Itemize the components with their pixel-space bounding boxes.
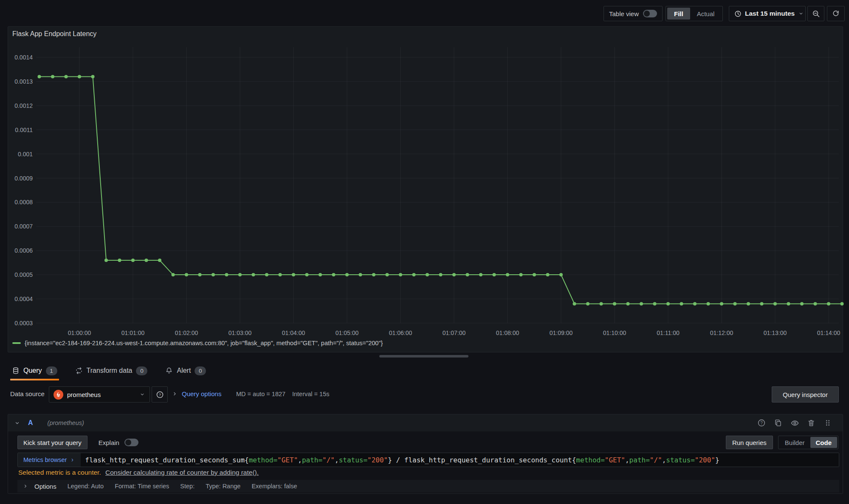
options-expander[interactable]: Options — [23, 483, 56, 490]
datasource-value: prometheus — [67, 391, 135, 398]
svg-text:01:04:00: 01:04:00 — [282, 329, 305, 336]
svg-text:0.0006: 0.0006 — [14, 247, 33, 254]
option-legend: Legend: Auto — [68, 483, 104, 490]
toggle-visibility-icon[interactable] — [789, 417, 800, 428]
svg-text:01:01:00: 01:01:00 — [121, 329, 145, 336]
collapse-chevron-icon[interactable] — [14, 420, 20, 426]
transform-icon — [75, 367, 83, 374]
chevron-down-icon — [139, 391, 145, 397]
query-inspector-button[interactable]: Query inspector — [772, 386, 839, 403]
chart-legend[interactable]: {instance="ec2-184-169-216-224.us-west-1… — [12, 340, 383, 346]
table-view-toggle[interactable] — [643, 10, 657, 17]
run-queries-button[interactable]: Run queries — [726, 436, 773, 449]
svg-text:01:06:00: 01:06:00 — [389, 329, 412, 336]
datasource-picker[interactable]: prometheus — [49, 386, 150, 403]
option-format: Format: Time series — [115, 483, 169, 490]
svg-text:0.0014: 0.0014 — [14, 54, 33, 61]
svg-text:01:00:00: 01:00:00 — [68, 329, 91, 336]
time-range-label: Last 15 minutes — [745, 10, 795, 17]
chevron-right-icon — [172, 391, 178, 397]
svg-text:01:14:00: 01:14:00 — [817, 329, 841, 336]
query-header[interactable]: A (prometheus) ? — [8, 414, 843, 431]
tab-query-label: Query — [23, 367, 42, 374]
warning-rate-link[interactable]: Consider calculating rate of counter by … — [105, 469, 259, 476]
code-button[interactable]: Code — [810, 437, 838, 448]
explain-toggle[interactable] — [124, 439, 138, 446]
svg-text:0.0012: 0.0012 — [14, 102, 33, 109]
zoom-out-button[interactable] — [807, 6, 824, 21]
actual-button[interactable]: Actual — [690, 8, 722, 20]
prometheus-icon — [54, 390, 63, 400]
latency-panel: Flask App Endpoint Latency 0.00140.00130… — [8, 26, 843, 352]
clock-icon — [734, 10, 742, 17]
grafana-panel-editor: { "toolbar": { "table_view_label": "Tabl… — [0, 0, 849, 504]
tab-query-count: 1 — [46, 366, 57, 375]
fill-button[interactable]: Fill — [667, 8, 690, 20]
max-datapoints-value: MD = auto = 1827 — [236, 391, 285, 397]
option-step: Step: — [180, 483, 195, 490]
counter-warning: Selected metric is a counter. Consider c… — [18, 469, 259, 476]
chevron-right-icon — [70, 457, 75, 463]
series-color-marker — [12, 342, 21, 344]
svg-text:0.0005: 0.0005 — [14, 271, 33, 278]
chevron-right-icon — [23, 483, 28, 489]
kick-start-query-button[interactable]: Kick start your query — [17, 436, 87, 449]
svg-text:01:02:00: 01:02:00 — [175, 329, 198, 336]
drag-handle-icon[interactable] — [822, 417, 833, 428]
metrics-browser-button[interactable]: Metrics browser — [18, 453, 81, 467]
svg-text:01:08:00: 01:08:00 — [496, 329, 519, 336]
query-options-link[interactable]: Query options — [182, 390, 221, 397]
svg-text:?: ? — [760, 421, 763, 425]
query-ref-id[interactable]: A — [28, 419, 33, 427]
svg-text:01:12:00: 01:12:00 — [710, 329, 733, 336]
svg-text:?: ? — [158, 392, 161, 397]
tab-alert-label: Alert — [177, 367, 191, 374]
help-circle-icon[interactable]: ? — [756, 417, 767, 428]
query-header-actions: ? — [756, 417, 833, 428]
datasource-row: Data source prometheus ? Query options M… — [0, 386, 849, 403]
editor-resize-handle[interactable] — [379, 355, 468, 358]
zoom-out-icon — [812, 10, 820, 18]
tab-transform-label: Transform data — [87, 367, 133, 374]
table-view-control: Table view — [604, 6, 663, 21]
tab-transform-count: 0 — [136, 366, 147, 375]
datasource-help-button[interactable]: ? — [152, 386, 168, 403]
option-exemplars: Exemplars: false — [251, 483, 297, 490]
metrics-browser-label: Metrics browser — [23, 456, 67, 463]
svg-text:01:05:00: 01:05:00 — [336, 329, 359, 336]
y-axis-labels: 0.00140.00130.00120.00110.0010.00090.000… — [14, 54, 33, 327]
datasource-label: Data source — [10, 390, 45, 397]
chart-grid — [36, 47, 839, 323]
database-icon — [12, 367, 20, 374]
svg-text:01:13:00: 01:13:00 — [764, 329, 787, 336]
latency-chart[interactable]: 0.00140.00130.00120.00110.0010.00090.000… — [8, 27, 843, 337]
tab-query[interactable]: Query 1 — [10, 361, 59, 380]
builder-code-switch: Builder Code — [778, 436, 838, 449]
svg-text:0.0004: 0.0004 — [14, 296, 33, 302]
delete-query-icon[interactable] — [806, 417, 817, 428]
svg-text:0.001: 0.001 — [18, 151, 33, 158]
tab-transform-data[interactable]: Transform data 0 — [73, 361, 149, 380]
x-axis-labels: 01:00:0001:01:0001:02:0001:03:0001:04:00… — [68, 329, 841, 336]
tab-alert-count: 0 — [195, 366, 206, 375]
svg-text:0.0013: 0.0013 — [14, 78, 33, 85]
query-datasource-hint: (prometheus) — [48, 420, 84, 426]
query-editor-card: A (prometheus) ? Kick start your query E… — [8, 414, 843, 494]
duplicate-query-icon[interactable] — [773, 417, 784, 428]
builder-button[interactable]: Builder — [779, 437, 810, 448]
tab-alert[interactable]: Alert 0 — [164, 361, 208, 380]
refresh-button[interactable] — [827, 6, 845, 21]
options-label: Options — [34, 483, 56, 490]
svg-text:0.0007: 0.0007 — [14, 223, 33, 230]
svg-text:01:07:00: 01:07:00 — [443, 329, 466, 336]
series-label: {instance="ec2-184-169-216-224.us-west-1… — [25, 340, 383, 346]
promql-editor-row: Metrics browser flask_http_request_durat… — [17, 453, 839, 467]
promql-expression-input[interactable]: flask_http_request_duration_seconds_sum{… — [81, 453, 839, 467]
time-range-picker[interactable]: Last 15 minutes — [729, 6, 806, 21]
svg-text:0.0008: 0.0008 — [14, 199, 33, 206]
svg-text:01:03:00: 01:03:00 — [228, 329, 252, 336]
help-circle-icon: ? — [156, 391, 164, 399]
svg-text:0.0009: 0.0009 — [14, 175, 33, 182]
query-options-bar: Options Legend: Auto Format: Time series… — [17, 480, 839, 493]
svg-text:01:09:00: 01:09:00 — [550, 329, 573, 336]
